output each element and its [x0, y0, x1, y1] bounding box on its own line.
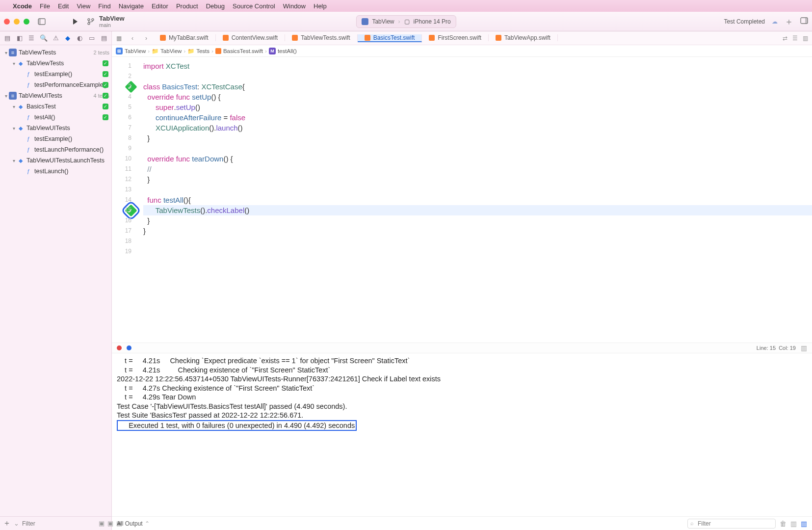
test-tree-item[interactable]: ▾◆TabViewUITests — [0, 123, 111, 133]
menu-source-control[interactable]: Source Control — [233, 2, 275, 10]
test-tree-item[interactable]: ƒtestAll()✓ — [0, 112, 111, 123]
test-navigator-tab[interactable]: ◆ — [63, 33, 73, 43]
project-navigator-tab[interactable]: ▤ — [3, 33, 12, 43]
tab-label: TabViewApp.swift — [504, 34, 550, 41]
menu-find[interactable]: Find — [98, 2, 110, 10]
test-tree-item[interactable]: ▾◆BasicsTest✓ — [0, 101, 111, 112]
app-menu[interactable]: Xcode — [13, 2, 32, 10]
filter-hierarchy-icon[interactable]: ⌄ — [14, 520, 19, 528]
scheme-selector[interactable]: TabView main — [85, 15, 125, 28]
activity-view[interactable]: TabView › ▢ iPhone 14 Pro — [356, 15, 456, 28]
filter-scope-button-1[interactable]: ▣ — [99, 520, 105, 528]
menu-file[interactable]: File — [40, 2, 50, 10]
jump-symbol[interactable]: testAll() — [278, 48, 297, 54]
tab-label: MyTabBar.swift — [169, 34, 209, 41]
editor-options-button[interactable]: ⇄ — [783, 35, 787, 42]
test-tree-item[interactable]: ƒtestLaunch() — [0, 166, 111, 177]
output-selector[interactable]: All Output⌃ — [117, 520, 150, 527]
toggle-navigator-button[interactable] — [36, 16, 47, 27]
cloud-icon[interactable]: ☁︎ — [772, 18, 778, 25]
macos-menubar: Xcode File Edit View Find Navigate Edito… — [0, 0, 812, 12]
disclosure-icon[interactable]: ▾ — [3, 50, 9, 55]
source-editor[interactable]: 12345678910111213141516171819 import XCT… — [112, 57, 812, 343]
editor-tab[interactable]: TabViewApp.swift — [489, 34, 558, 41]
disclosure-icon[interactable]: ▾ — [11, 61, 17, 66]
disclosure-icon[interactable]: ▾ — [11, 104, 17, 109]
adjust-editor-button[interactable]: ☰ — [792, 35, 798, 42]
back-button[interactable]: ‹ — [126, 35, 139, 42]
swift-file-icon — [429, 35, 435, 41]
continue-icon[interactable] — [127, 345, 131, 350]
swift-file-icon — [160, 35, 166, 41]
test-tree-item[interactable]: ƒtestPerformanceExample()✓ — [0, 80, 111, 90]
find-navigator-tab[interactable]: 🔍 — [39, 33, 49, 43]
menu-edit[interactable]: Edit — [58, 2, 69, 10]
test-icon: ƒ — [25, 146, 32, 154]
test-tree-item[interactable]: ƒtestLaunchPerformance() — [0, 144, 111, 155]
report-navigator-tab[interactable]: ▤ — [100, 33, 109, 43]
disclosure-icon[interactable]: ▾ — [11, 158, 17, 163]
tab-label: ContentView.swift — [232, 34, 278, 41]
menu-debug[interactable]: Debug — [206, 2, 225, 10]
add-editor-button[interactable]: ＋ — [785, 16, 793, 27]
breakpoint-toggle-icon[interactable] — [117, 345, 122, 350]
item-label: TabViewUITestsLaunchTests — [26, 157, 109, 164]
status-text-label: Test Completed — [724, 18, 765, 25]
run-button[interactable] — [70, 16, 80, 27]
menu-navigate[interactable]: Navigate — [119, 2, 144, 10]
symbol-navigator-tab[interactable]: ☰ — [27, 33, 36, 43]
test-tree-item[interactable]: ƒtestExample() — [0, 133, 111, 144]
console-filter-input[interactable] — [687, 519, 776, 529]
toggle-inspector-button[interactable] — [800, 17, 808, 26]
issue-navigator-tab[interactable]: ⚠︎ — [51, 33, 60, 43]
menu-editor[interactable]: Editor — [152, 2, 168, 10]
source-control-navigator-tab[interactable]: ◧ — [15, 33, 25, 43]
bundle-icon: ≡ — [9, 49, 17, 56]
clear-console-button[interactable]: 🗑 — [780, 520, 786, 528]
test-icon: ƒ — [25, 113, 32, 121]
add-button[interactable]: ＋ — [3, 518, 11, 529]
console-output[interactable]: t = 4.21s Checking `Expect predicate `ex… — [112, 353, 812, 516]
test-tree-item[interactable]: ▾≡TabViewTests2 tests — [0, 47, 111, 58]
jump-folder[interactable]: Tests — [196, 48, 210, 54]
item-label: TabViewTests — [26, 60, 109, 67]
class-icon: ◆ — [17, 103, 25, 110]
toggle-variables-view-button[interactable]: ▥ — [790, 520, 797, 528]
test-summary-highlight: Executed 1 test, with 0 failures (0 unex… — [117, 420, 357, 431]
menu-view[interactable]: View — [77, 2, 90, 10]
jump-project[interactable]: TabView — [125, 48, 146, 54]
menu-help[interactable]: Help — [314, 2, 327, 10]
folder-icon: 📁 — [187, 48, 194, 54]
test-tree-item[interactable]: ▾≡TabViewUITests4 tests✓ — [0, 90, 111, 101]
window-minimize-button[interactable] — [14, 19, 20, 25]
jump-bar[interactable]: ⊞ TabView› 📁 TabView› 📁 Tests› BasicsTes… — [112, 45, 812, 57]
editor-tab[interactable]: TabViewTests.swift — [285, 34, 357, 41]
test-status-icon: ✓ — [103, 114, 108, 120]
test-tree-item[interactable]: ƒtestExample()✓ — [0, 69, 111, 80]
item-label: testExample() — [34, 135, 109, 142]
jump-group[interactable]: TabView — [160, 48, 182, 54]
editor-tab[interactable]: FirstScreen.swift — [422, 34, 489, 41]
editor-tab[interactable]: MyTabBar.swift — [153, 34, 216, 41]
test-status-icon: ✓ — [103, 104, 108, 109]
test-tree-item[interactable]: ▾◆TabViewUITestsLaunchTests — [0, 155, 111, 166]
window-close-button[interactable] — [4, 19, 10, 25]
menu-product[interactable]: Product — [176, 2, 198, 10]
add-editor-right-button[interactable]: ▥ — [803, 35, 808, 42]
editor-tab[interactable]: BasicsTest.swift — [358, 34, 422, 42]
test-tree-item[interactable]: ▾◆TabViewTests✓ — [0, 58, 111, 69]
navigator-filter-input[interactable] — [22, 520, 96, 527]
item-label: testPerformanceExample() — [34, 81, 109, 88]
disclosure-icon[interactable]: ▾ — [11, 126, 17, 131]
toggle-console-view-button[interactable]: ▥ — [801, 520, 807, 528]
forward-button[interactable]: › — [139, 35, 153, 42]
disclosure-icon[interactable]: ▾ — [3, 93, 9, 99]
jump-file[interactable]: BasicsTest.swift — [223, 48, 263, 54]
minimap-toggle-button[interactable]: ▥ — [801, 344, 807, 352]
related-items-button[interactable]: ▦ — [112, 35, 126, 42]
editor-tab[interactable]: ContentView.swift — [216, 34, 286, 41]
window-zoom-button[interactable] — [24, 19, 29, 25]
debug-navigator-tab[interactable]: ◐ — [75, 33, 84, 43]
breakpoint-navigator-tab[interactable]: ▭ — [87, 33, 97, 43]
menu-window[interactable]: Window — [283, 2, 306, 10]
